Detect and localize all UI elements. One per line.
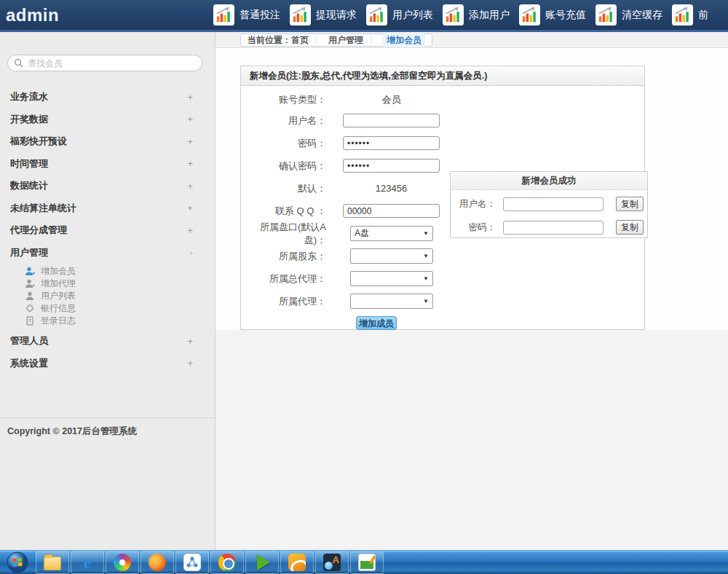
taskbar-media-player[interactable] bbox=[245, 551, 279, 574]
plus-icon: + bbox=[187, 114, 193, 125]
taskbar-firefox[interactable] bbox=[141, 551, 174, 574]
username-label: 用户名： bbox=[241, 114, 326, 127]
nav-item-user-list[interactable]: 用户列表 bbox=[366, 4, 443, 25]
top-nav: 普通投注 提现请求 用户列表 添加用户 账号充值 清空缓存 前 bbox=[213, 0, 728, 30]
password-label: 密码： bbox=[241, 137, 326, 150]
account-type-value: 会员 bbox=[343, 93, 440, 106]
nav-item-withdraw[interactable]: 提现请求 bbox=[290, 4, 366, 25]
success-password-input[interactable] bbox=[503, 221, 604, 235]
colorful-browser-icon bbox=[114, 554, 131, 571]
confirm-password-input[interactable] bbox=[343, 159, 440, 173]
master-agent-select[interactable]: ▼ bbox=[350, 271, 433, 286]
username-input[interactable] bbox=[343, 114, 440, 127]
agent-select[interactable]: ▼ bbox=[350, 294, 433, 309]
member-created-panel: 新增会员成功 用户名： 复制 密码： 复制 bbox=[450, 171, 648, 238]
breadcrumb-strip: 当前位置：首页 〉 用户管理 〉 增加会员 bbox=[215, 32, 728, 48]
sidebar-menu: 业务流水 + 开奖数据 + 福彩快开预设 + 时间管理 + 数据统计 + 未结算… bbox=[0, 86, 215, 374]
qq-input[interactable] bbox=[343, 204, 440, 218]
sidebar-item-unsettled-stats[interactable]: 未结算注单统计 + bbox=[0, 197, 215, 220]
plus-icon: + bbox=[187, 358, 193, 369]
chart-icon bbox=[596, 4, 617, 25]
breadcrumb-section[interactable]: 用户管理 bbox=[328, 34, 363, 47]
nav-item-recharge[interactable]: 账号充值 bbox=[519, 4, 596, 25]
menu-label: 时间管理 bbox=[10, 157, 48, 170]
taskbar-internet-explorer[interactable]: e bbox=[71, 551, 104, 574]
taskbar-chrome[interactable] bbox=[210, 551, 244, 574]
menu-label: 业务流水 bbox=[10, 90, 48, 103]
submenu-label: 用户列表 bbox=[41, 290, 76, 302]
copy-username-button[interactable]: 复制 bbox=[616, 197, 644, 211]
submenu-user-list[interactable]: 用户列表 bbox=[0, 290, 215, 302]
network-app-icon bbox=[183, 554, 201, 571]
windows-start-button[interactable] bbox=[1, 551, 34, 574]
taskbar-image-editor[interactable] bbox=[350, 551, 384, 574]
menu-label: 管理人员 bbox=[10, 334, 48, 347]
form-row-master-agent: 所属总代理： ▼ bbox=[241, 267, 644, 290]
nav-label: 提现请求 bbox=[316, 9, 357, 22]
sidebar-item-system-settings[interactable]: 系统设置 + bbox=[0, 353, 215, 375]
log-icon bbox=[25, 316, 35, 326]
chart-icon bbox=[290, 4, 311, 25]
master-agent-label: 所属总代理： bbox=[241, 272, 326, 286]
chart-icon bbox=[213, 4, 234, 25]
member-created-title: 新增会员成功 bbox=[451, 172, 647, 190]
nav-label: 普通投注 bbox=[240, 9, 280, 22]
chevron-right-icon: 〉 bbox=[369, 35, 377, 46]
panel-title: 新增会员(注:股东,总代,代理为选填,全部留空即为直属会员.) bbox=[241, 66, 644, 86]
windows-taskbar: e A bbox=[0, 550, 728, 574]
nav-label: 清空缓存 bbox=[622, 9, 662, 22]
breadcrumb-home[interactable]: 当前位置：首页 bbox=[248, 34, 309, 47]
nav-item-bet[interactable]: 普通投注 bbox=[213, 4, 290, 25]
submenu-label: 增加会员 bbox=[41, 265, 76, 278]
taskbar-translator[interactable]: A bbox=[315, 551, 349, 574]
submenu-add-agent[interactable]: 增加代理 bbox=[0, 278, 215, 290]
shareholder-label: 所属股东： bbox=[241, 250, 326, 263]
taskbar-network-app[interactable] bbox=[175, 551, 209, 574]
copy-password-button[interactable]: 复制 bbox=[616, 220, 644, 235]
nav-item-clear-cache[interactable]: 清空缓存 bbox=[596, 4, 672, 25]
form-row-username: 用户名： bbox=[241, 109, 644, 132]
taskbar-uc-browser[interactable] bbox=[280, 551, 314, 574]
sidebar-item-admin-staff[interactable]: 管理人员 + bbox=[0, 330, 215, 353]
translator-icon: A bbox=[323, 554, 341, 571]
chart-icon bbox=[366, 4, 387, 25]
pan-select[interactable]: A盘 ▼ bbox=[350, 226, 433, 241]
sidebar-item-lottery-data[interactable]: 开奖数据 + bbox=[0, 109, 215, 131]
uc-browser-icon bbox=[288, 554, 306, 571]
breadcrumb: 当前位置：首页 〉 用户管理 〉 增加会员 bbox=[240, 34, 432, 47]
success-password-label: 密码： bbox=[451, 221, 496, 234]
dropdown-arrow-icon: ▼ bbox=[423, 298, 429, 304]
add-member-button[interactable]: 增加成员 bbox=[356, 316, 397, 330]
submenu-add-member[interactable]: 增加会员 bbox=[0, 265, 215, 278]
nav-item-add-user[interactable]: 添加用户 bbox=[443, 4, 519, 25]
sidebar-item-agent-commission[interactable]: 代理分成管理 + bbox=[0, 219, 215, 242]
agent-label: 所属代理： bbox=[241, 295, 326, 308]
taskbar-colorful-browser[interactable] bbox=[106, 551, 139, 574]
password-input[interactable] bbox=[343, 136, 440, 150]
submenu-bank-info[interactable]: 银行信息 bbox=[0, 302, 215, 315]
app-logo: admin bbox=[0, 5, 59, 25]
chart-icon bbox=[519, 4, 540, 25]
sidebar-item-statistics[interactable]: 数据统计 + bbox=[0, 175, 215, 197]
taskbar-file-explorer[interactable] bbox=[36, 551, 69, 574]
form-row-agent: 所属代理： ▼ bbox=[241, 290, 644, 312]
account-type-label: 账号类型： bbox=[241, 93, 326, 106]
success-username-label: 用户名： bbox=[451, 198, 496, 211]
plus-icon: + bbox=[187, 92, 193, 103]
minus-icon: - bbox=[190, 247, 193, 258]
member-search-box[interactable] bbox=[7, 55, 202, 71]
form-row-account-type: 账号类型： 会员 bbox=[241, 90, 644, 109]
user-add-icon bbox=[25, 279, 35, 288]
sidebar-item-fucai-preset[interactable]: 福彩快开预设 + bbox=[0, 130, 215, 153]
sidebar-item-time-management[interactable]: 时间管理 + bbox=[0, 153, 215, 176]
shareholder-select[interactable]: ▼ bbox=[350, 248, 433, 264]
form-row-password: 密码： bbox=[241, 132, 644, 154]
sidebar-item-user-management[interactable]: 用户管理 - bbox=[0, 242, 215, 264]
sidebar-item-business-flow[interactable]: 业务流水 + bbox=[0, 86, 215, 109]
success-username-input[interactable] bbox=[503, 197, 604, 211]
search-input[interactable] bbox=[28, 58, 196, 68]
chart-icon bbox=[443, 4, 464, 25]
submenu-login-log[interactable]: 登录日志 bbox=[0, 315, 215, 327]
chart-icon bbox=[672, 4, 693, 25]
nav-item-front[interactable]: 前 bbox=[672, 4, 728, 25]
